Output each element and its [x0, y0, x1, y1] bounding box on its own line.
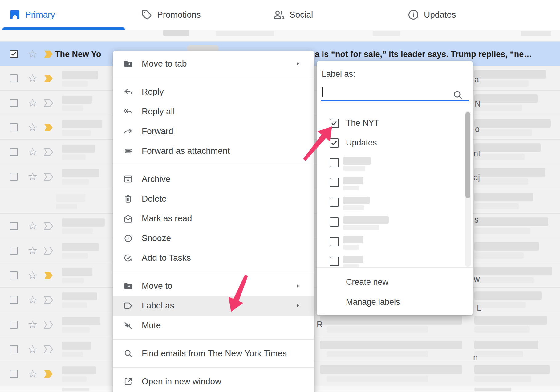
submenu-arrow-icon — [294, 302, 301, 309]
menu-item-label-as[interactable]: Label as — [113, 296, 314, 316]
label-item-updates[interactable]: Updates — [317, 133, 473, 153]
tab-updates[interactable]: Updates — [400, 0, 543, 30]
label-checkbox[interactable] — [330, 178, 339, 187]
star-icon[interactable]: ☆ — [26, 318, 39, 331]
label-item[interactable] — [317, 251, 473, 267]
scrollbar-thumb[interactable] — [465, 112, 470, 198]
select-checkbox[interactable] — [10, 173, 18, 181]
importance-marker-icon[interactable] — [44, 370, 54, 378]
select-checkbox[interactable] — [10, 222, 18, 230]
menu-item-reply[interactable]: Reply — [113, 82, 314, 102]
importance-marker-icon[interactable] — [44, 173, 54, 181]
menu-item-archive[interactable]: Archive — [113, 169, 314, 189]
blurred-content-block — [474, 70, 546, 79]
menu-item-add-to-tasks[interactable]: Add to Tasks — [113, 248, 314, 268]
importance-marker-icon[interactable] — [44, 99, 54, 107]
select-checkbox[interactable] — [10, 345, 18, 353]
blurred-content-block — [62, 228, 93, 234]
importance-marker-icon[interactable] — [44, 222, 54, 230]
select-checkbox[interactable] — [10, 247, 18, 255]
label-checkbox[interactable] — [330, 138, 339, 148]
select-checkbox[interactable] — [10, 74, 18, 82]
manage-labels-button[interactable]: Manage labels — [317, 292, 473, 312]
menu-item-open-in-new-window[interactable]: Open in new window — [113, 372, 314, 391]
star-icon[interactable]: ☆ — [26, 97, 39, 109]
menu-item-label: Reply all — [142, 107, 175, 116]
label-item-the-nyt[interactable]: The NYT — [317, 113, 473, 133]
create-new-button[interactable]: Create new — [317, 272, 473, 292]
importance-marker-icon[interactable] — [44, 247, 54, 255]
menu-item-mute[interactable]: Mute — [113, 316, 314, 335]
menu-item-snooze[interactable]: Snooze — [113, 228, 314, 248]
menu-item-label: Find emails from The New York Times — [142, 349, 287, 358]
star-icon[interactable]: ☆ — [26, 368, 39, 380]
blurred-content-block — [62, 71, 98, 79]
tab-promotions[interactable]: Promotions — [129, 0, 276, 30]
star-icon[interactable]: ☆ — [26, 294, 39, 306]
select-checkbox[interactable] — [10, 123, 18, 131]
menu-item-move-to[interactable]: Move to — [113, 276, 314, 296]
importance-marker-icon[interactable] — [44, 74, 54, 83]
label-checkbox[interactable] — [330, 217, 339, 227]
importance-marker-icon[interactable] — [44, 345, 54, 353]
importance-marker-icon[interactable] — [44, 50, 54, 58]
blurred-content-block — [474, 302, 526, 308]
menu-item-move-to-tab[interactable]: Move to tab — [113, 54, 314, 74]
label-item[interactable] — [317, 232, 473, 251]
label-menu-separator — [317, 267, 473, 268]
star-icon[interactable]: ☆ — [26, 146, 39, 158]
importance-marker-icon[interactable] — [44, 148, 54, 156]
importance-marker-icon[interactable] — [44, 271, 54, 280]
blurred-content-block — [343, 236, 363, 243]
select-checkbox[interactable] — [10, 321, 18, 329]
star-icon[interactable]: ☆ — [26, 244, 39, 257]
select-checkbox[interactable] — [10, 370, 18, 378]
label-item[interactable] — [317, 173, 473, 192]
label-item[interactable] — [317, 153, 473, 173]
select-checkbox[interactable] — [10, 99, 18, 107]
menu-item-mark-as-read[interactable]: Mark as read — [113, 209, 314, 228]
label-checkbox[interactable] — [330, 119, 339, 128]
menu-item-delete[interactable]: Delete — [113, 189, 314, 209]
menu-item-label: Move to — [142, 281, 172, 291]
importance-marker-icon[interactable] — [44, 123, 54, 132]
star-icon[interactable]: ☆ — [26, 121, 39, 133]
add-tasks-icon — [123, 253, 133, 263]
label-checkbox[interactable] — [330, 198, 339, 207]
label-checkbox[interactable] — [330, 158, 339, 167]
menu-item-forward-as-attachment[interactable]: Forward as attachment — [113, 141, 314, 161]
label-checkbox[interactable] — [330, 257, 339, 266]
select-checkbox[interactable] — [10, 50, 18, 58]
star-icon[interactable]: ☆ — [26, 48, 39, 60]
star-icon[interactable]: ☆ — [26, 72, 39, 84]
blurred-content-block — [62, 278, 84, 283]
tab-social[interactable]: Social — [265, 0, 408, 30]
tab-primary[interactable]: Primary — [0, 0, 138, 30]
label-name: Updates — [346, 138, 377, 148]
email-row[interactable] — [0, 30, 560, 42]
tab-label: Primary — [25, 10, 55, 20]
menu-item-label: Forward as attachment — [142, 146, 230, 156]
menu-item-reply-all[interactable]: Reply all — [113, 102, 314, 121]
select-checkbox[interactable] — [10, 296, 18, 304]
star-icon[interactable]: ☆ — [26, 269, 39, 281]
select-checkbox[interactable] — [10, 271, 18, 279]
select-checkbox[interactable] — [10, 148, 18, 156]
blurred-content-block — [474, 193, 533, 201]
blurred-content-block — [474, 351, 523, 357]
star-icon[interactable]: ☆ — [26, 170, 39, 183]
label-item[interactable] — [317, 192, 473, 212]
search-icon[interactable] — [452, 89, 463, 100]
label-item[interactable] — [317, 212, 473, 232]
label-checkbox[interactable] — [330, 237, 339, 246]
blurred-content-block — [62, 105, 83, 111]
label-list-scrollbar[interactable] — [465, 111, 471, 267]
blurred-content-block — [343, 177, 363, 184]
menu-item-find-emails-from-the-new-york-times[interactable]: Find emails from The New York Times — [113, 344, 314, 363]
star-icon[interactable]: ☆ — [26, 220, 39, 232]
importance-marker-icon[interactable] — [44, 296, 54, 304]
label-search-input[interactable] — [321, 85, 469, 100]
menu-item-forward[interactable]: Forward — [113, 121, 314, 141]
importance-marker-icon[interactable] — [44, 321, 54, 329]
star-icon[interactable]: ☆ — [26, 343, 39, 355]
